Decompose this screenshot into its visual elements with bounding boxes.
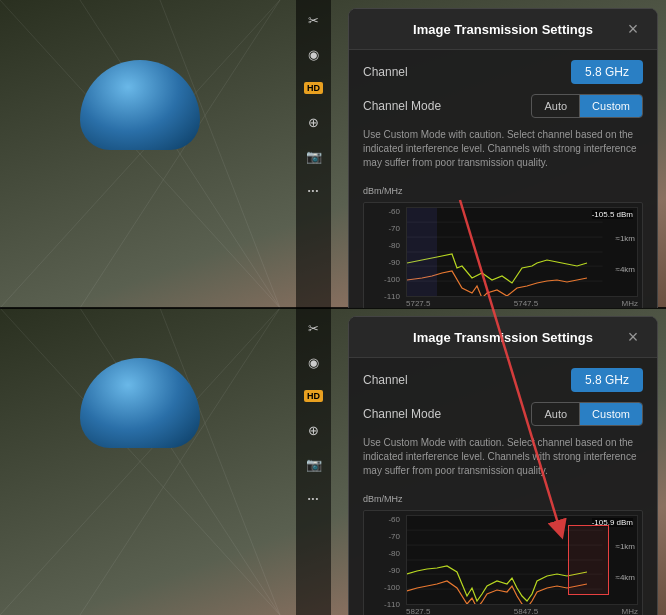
y-label-4-bottom: -90	[366, 566, 400, 575]
svg-line-13	[160, 308, 280, 615]
y-label-1-top: -60	[366, 207, 400, 216]
focus-icon-bottom[interactable]: ⊕	[300, 416, 328, 444]
top-panel: ✂ ◉ HD ⊕ 📷 ••• Image Transmission Settin…	[0, 0, 666, 308]
y-label-5-bottom: -100	[366, 583, 400, 592]
svg-line-2	[160, 0, 280, 308]
more-icon-bottom[interactable]: •••	[300, 484, 328, 512]
chart-bottom: -60 -70 -80 -90 -100 -110 -105.9 dBm ≈1k…	[363, 510, 643, 615]
y-label-2-bottom: -70	[366, 532, 400, 541]
x-label-2-top: 5747.5	[514, 299, 538, 308]
channel-row-bottom: Channel 5.8 GHz	[363, 368, 643, 392]
modal-header-top: Image Transmission Settings ×	[349, 9, 657, 50]
dbm-label-top: -105.5 dBm	[592, 210, 633, 219]
chart-svg-bottom	[407, 516, 637, 604]
channel-mode-row-top: Channel Mode Auto Custom	[363, 94, 643, 118]
auto-btn-top[interactable]: Auto	[532, 95, 580, 117]
x-label-mhz-bottom: MHz	[622, 607, 638, 615]
modal-bottom: Image Transmission Settings × Channel 5.…	[348, 316, 658, 615]
channel-mode-row-bottom: Channel Mode Auto Custom	[363, 402, 643, 426]
y-label-1-bottom: -60	[366, 515, 400, 524]
chart-area-top: -105.5 dBm ≈1km ≈4km	[406, 207, 638, 297]
camera-icon-top[interactable]: 📷	[300, 142, 328, 170]
chart-area-bottom: -105.9 dBm ≈1km ≈4km	[406, 515, 638, 605]
legend-1km-top: ≈1km	[615, 234, 635, 243]
y-label-6-bottom: -110	[366, 600, 400, 609]
chart-top: -60 -70 -80 -90 -100 -110 -105.5 dBm ≈1k…	[363, 202, 643, 308]
channel-row-top: Channel 5.8 GHz	[363, 60, 643, 84]
focus-icon-top[interactable]: ⊕	[300, 108, 328, 136]
svg-rect-10	[407, 208, 437, 296]
speaker-icon-top[interactable]: ◉	[300, 40, 328, 68]
modal-body-top: Channel 5.8 GHz Channel Mode Auto Custom…	[349, 50, 657, 308]
chart-title-top: dBm/MHz	[363, 186, 403, 196]
modal-top: Image Transmission Settings × Channel 5.…	[348, 8, 658, 308]
channel-mode-group-top: Auto Custom	[531, 94, 643, 118]
channel-value-top[interactable]: 5.8 GHz	[571, 60, 643, 84]
scissors-icon-top[interactable]: ✂	[300, 6, 328, 34]
legend-4km-top: ≈4km	[615, 265, 635, 274]
chart-title-bottom: dBm/MHz	[363, 494, 403, 504]
chart-svg-top	[407, 208, 637, 296]
channel-label-top: Channel	[363, 65, 408, 79]
y-label-3-top: -80	[366, 241, 400, 250]
close-button-bottom[interactable]: ×	[623, 327, 643, 347]
dbm-label-bottom: -105.9 dBm	[592, 518, 633, 527]
y-label-5-top: -100	[366, 275, 400, 284]
y-label-3-bottom: -80	[366, 549, 400, 558]
y-label-4-top: -90	[366, 258, 400, 267]
channel-value-bottom[interactable]: 5.8 GHz	[571, 368, 643, 392]
auto-btn-bottom[interactable]: Auto	[532, 403, 580, 425]
hd-badge-bottom: HD	[300, 382, 328, 410]
chart-footer-bottom: 5827.5 5847.5 MHz	[406, 607, 638, 615]
more-icon-top[interactable]: •••	[300, 176, 328, 204]
scissors-icon-bottom[interactable]: ✂	[300, 314, 328, 342]
icon-sidebar-top: ✂ ◉ HD ⊕ 📷 •••	[296, 0, 331, 308]
modal-body-bottom: Channel 5.8 GHz Channel Mode Auto Custom…	[349, 358, 657, 615]
x-label-1-top: 5727.5	[406, 299, 430, 308]
close-button-top[interactable]: ×	[623, 19, 643, 39]
y-label-6-top: -110	[366, 292, 400, 301]
modal-title-top: Image Transmission Settings	[383, 22, 623, 37]
x-label-2-bottom: 5847.5	[514, 607, 538, 615]
speaker-icon-bottom[interactable]: ◉	[300, 348, 328, 376]
x-label-1-bottom: 5827.5	[406, 607, 430, 615]
legend-4km-bottom: ≈4km	[615, 573, 635, 582]
hd-badge-top: HD	[300, 74, 328, 102]
bottom-panel: ✂ ◉ HD ⊕ 📷 ••• Image Transmission Settin…	[0, 308, 666, 615]
channel-mode-group-bottom: Auto Custom	[531, 402, 643, 426]
channel-mode-label-top: Channel Mode	[363, 99, 441, 113]
legend-1km-bottom: ≈1km	[615, 542, 635, 551]
y-label-2-top: -70	[366, 224, 400, 233]
x-label-mhz-top: MHz	[622, 299, 638, 308]
chart-y-labels-bottom: -60 -70 -80 -90 -100 -110	[364, 515, 402, 609]
warning-text-bottom: Use Custom Mode with caution. Select cha…	[363, 436, 643, 478]
chart-y-labels-top: -60 -70 -80 -90 -100 -110	[364, 207, 402, 301]
custom-btn-top[interactable]: Custom	[580, 95, 642, 117]
channel-mode-label-bottom: Channel Mode	[363, 407, 441, 421]
custom-btn-bottom[interactable]: Custom	[580, 403, 642, 425]
channel-label-bottom: Channel	[363, 373, 408, 387]
chart-footer-top: 5727.5 5747.5 MHz	[406, 299, 638, 308]
warning-text-top: Use Custom Mode with caution. Select cha…	[363, 128, 643, 170]
camera-icon-bottom[interactable]: 📷	[300, 450, 328, 478]
modal-title-bottom: Image Transmission Settings	[383, 330, 623, 345]
modal-header-bottom: Image Transmission Settings ×	[349, 317, 657, 358]
icon-sidebar-bottom: ✂ ◉ HD ⊕ 📷 •••	[296, 308, 331, 615]
